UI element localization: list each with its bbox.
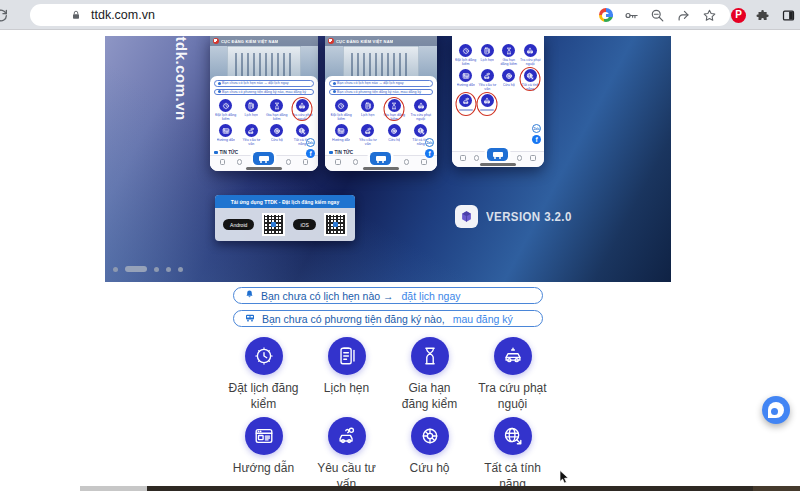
facebook-icon: f: [306, 149, 315, 158]
phone-app-tile: Gia hạn đăng kiểm: [498, 44, 520, 67]
phone-app-tile: Lịch hẹn: [355, 99, 382, 122]
qr-download-panel: Tải ứng dụng TTDK - Đặt lịch đăng kiểm n…: [215, 195, 355, 241]
carousel-dot-4[interactable]: [178, 267, 183, 272]
phone-app-tile: Gia hạn đăng kiểm: [381, 99, 408, 122]
hero-vertical-text: ttdk.com.vn: [173, 36, 190, 121]
phone-app-tile: Yêu cầu tư vấn: [239, 124, 265, 147]
refresh-icon[interactable]: [0, 7, 9, 23]
facebook-icon: f: [425, 149, 434, 158]
feature-rescue-wheel[interactable]: Cứu hộ: [388, 417, 471, 491]
phone-app-tile: Tra cứu phạt nguội: [520, 44, 542, 67]
feature-label: Cứu hộ: [409, 461, 449, 477]
phone-app-tile: Gia hạn đăng kiểm: [264, 99, 290, 122]
ios-qr-code: [324, 213, 347, 236]
notification-pill-1[interactable]: Bạn chưa có phương tiện đăng ký nào,mau …: [233, 310, 543, 327]
zoom-out-icon[interactable]: [650, 8, 665, 23]
feature-label: Lịch hẹn: [324, 381, 369, 397]
phone-mockup-1: CỤC ĐĂNG KIỂM VIỆT NAMBạn chưa có lịch h…: [210, 36, 318, 171]
version-label: VERSION 3.2.0: [486, 210, 572, 223]
url-text: ttdk.com.vn: [91, 8, 155, 22]
notification-link[interactable]: đặt lịch ngay: [402, 290, 461, 302]
clipboard-icon: [328, 337, 366, 375]
ios-button[interactable]: iOS: [293, 219, 315, 230]
feature-grid: Đặt lịch đăng kiểmLịch hẹnGia hạn đăng k…: [222, 337, 554, 491]
zalo-icon: Zalo: [306, 138, 315, 147]
carousel-dot-0[interactable]: [113, 267, 118, 272]
rescue-wheel-icon: [411, 417, 449, 455]
notification-pill-0[interactable]: Bạn chưa có lịch hẹn nào →đặt lịch ngay: [233, 287, 543, 304]
app-version: VERSION 3.2.0: [455, 205, 572, 228]
vr-logo: [213, 38, 219, 44]
side-panel-icon[interactable]: [781, 8, 796, 23]
android-qr-code: [262, 213, 285, 236]
phone-app-tile: Yêu cầu tư vấn: [477, 69, 499, 92]
feature-label: Gia hạn đăng kiểm: [394, 381, 466, 412]
feature-guide[interactable]: Hướng dẫn: [222, 417, 305, 491]
feature-hourglass[interactable]: Gia hạn đăng kiểm: [388, 337, 471, 412]
zalo-icon: Zalo: [425, 138, 434, 147]
carousel-dots[interactable]: [113, 266, 183, 272]
address-bar[interactable]: ttdk.com.vn: [30, 4, 730, 26]
phone-app-tile: Cứu hộ: [498, 69, 520, 92]
share-icon[interactable]: [676, 8, 691, 23]
phone-app-tile: [477, 94, 499, 111]
phone-tab-center-button: [487, 148, 508, 161]
phone-mockup-2: CỤC ĐĂNG KIỂM VIỆT NAMBạn chưa có lịch h…: [325, 36, 437, 171]
pinterest-icon[interactable]: P: [731, 8, 746, 23]
feature-police-car[interactable]: Tra cứu phạt nguội: [471, 337, 554, 412]
chat-widget-button[interactable]: [762, 396, 790, 424]
phone-app-tile: Cứu hộ: [264, 124, 290, 147]
phone-app-tile: Cứu hộ: [381, 124, 408, 147]
phone-app-tile: Hướng dẫn: [328, 124, 355, 147]
home-indicator: [480, 163, 516, 166]
notification-text: Bạn chưa có phương tiện đăng ký nào,: [262, 313, 445, 325]
phone-app-tile: Hướng dẫn: [213, 124, 239, 147]
clock-icon: [245, 337, 283, 375]
phone-app-tile: Lịch hẹn: [239, 99, 265, 122]
page: ttdk.com.vn P ttdk.com.vn: [0, 0, 800, 491]
browser-toolbar: ttdk.com.vn P: [0, 0, 800, 30]
android-button[interactable]: Android: [223, 219, 254, 230]
globe-icon: [494, 417, 532, 455]
footer-edge-light: [80, 486, 147, 491]
key-icon[interactable]: [624, 8, 639, 23]
phone-mockup-3: Đặt lịch đăng kiểmLịch hẹnGia hạn đăng k…: [452, 36, 544, 167]
feature-label: Hướng dẫn: [233, 461, 294, 477]
phone-app-tile: Đặt lịch đăng kiểm: [455, 44, 477, 67]
phone-app-tile: Tất cả tính năng: [520, 69, 542, 92]
feature-clipboard[interactable]: Lịch hẹn: [305, 337, 388, 412]
consult-car-icon: [328, 417, 366, 455]
extensions-puzzle-icon[interactable]: [756, 8, 771, 23]
car-icon: [244, 312, 256, 326]
mouse-cursor: [559, 470, 570, 484]
feature-clock[interactable]: Đặt lịch đăng kiểm: [222, 337, 305, 412]
feature-globe[interactable]: Tất cả tính năng: [471, 417, 554, 491]
phone-tab-center-button: [370, 152, 391, 165]
notification-link[interactable]: mau đăng ký: [453, 313, 513, 325]
carousel-dot-2[interactable]: [154, 267, 159, 272]
home-indicator: [246, 167, 282, 170]
hourglass-icon: [411, 337, 449, 375]
footer-edge-dark: [147, 486, 800, 491]
carousel-dot-3[interactable]: [166, 267, 171, 272]
app-cube-icon: [455, 205, 478, 228]
phone-tab-center-button: [253, 152, 274, 165]
phone-app-tile: Tra cứu phạt nguội: [290, 99, 316, 122]
lock-icon: [70, 9, 82, 21]
facebook-icon: f: [532, 135, 541, 144]
guide-icon: [245, 417, 283, 455]
carousel-dot-1[interactable]: [125, 266, 147, 272]
google-icon[interactable]: [598, 8, 613, 23]
phone-app-tile: Hướng dẫn: [455, 69, 477, 92]
bookmark-star-icon[interactable]: [702, 8, 717, 23]
feature-consult-car[interactable]: Yêu cầu tư vấn: [305, 417, 388, 491]
phone-app-tile: [455, 94, 477, 111]
notification-list: Bạn chưa có lịch hẹn nào →đặt lịch ngayB…: [233, 287, 543, 327]
bell-icon: [244, 289, 255, 302]
zalo-icon: Zalo: [532, 124, 541, 133]
phone-app-tile: Tra cứu phạt nguội: [408, 99, 435, 122]
hero-banner: ttdk.com.vn Tải ứng dụng TTDK - Đặt lịch…: [105, 36, 671, 282]
phone-app-tile: Yêu cầu tư vấn: [355, 124, 382, 147]
feature-label: Tra cứu phạt nguội: [477, 381, 549, 412]
vr-logo: [328, 38, 334, 44]
